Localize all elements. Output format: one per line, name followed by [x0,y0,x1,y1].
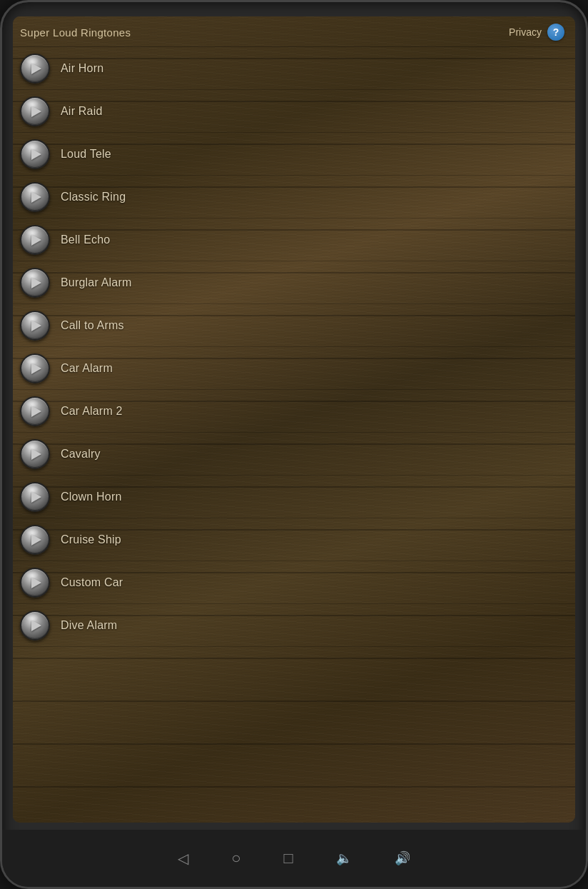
header-right: Privacy ? [509,24,564,41]
screen-area: Super Loud Ringtones Privacy ? Air HornA… [13,16,575,823]
ringtone-item[interactable]: Cavalry [13,433,575,476]
ringtone-item[interactable]: Custom Car [13,561,575,604]
ringtone-item[interactable]: Call to Arms [13,304,575,347]
ringtone-item[interactable]: Classic Ring [13,176,575,219]
play-triangle-icon [31,320,41,331]
ringtone-item[interactable]: Bell Echo [13,219,575,261]
ringtone-name: Call to Arms [61,319,124,332]
play-button-9[interactable] [20,396,50,426]
ringtone-name: Loud Tele [61,148,111,161]
play-button-14[interactable] [20,611,50,641]
play-button-13[interactable] [20,568,50,598]
privacy-link[interactable]: Privacy [509,26,542,38]
volume-up-icon[interactable]: 🔊 [395,850,410,866]
ringtone-name: Car Alarm 2 [61,405,123,418]
play-button-10[interactable] [20,439,50,469]
ringtone-name: Air Raid [61,105,103,118]
ringtone-name: Dive Alarm [61,619,117,632]
play-button-12[interactable] [20,525,50,555]
ringtone-item[interactable]: Clown Horn [13,476,575,518]
play-triangle-icon [31,491,41,503]
play-triangle-icon [31,63,41,74]
play-triangle-icon [31,448,41,460]
play-triangle-icon [31,577,41,588]
ringtone-item[interactable]: Air Raid [13,90,575,133]
ringtone-name: Air Horn [61,62,103,75]
play-triangle-icon [31,534,41,546]
play-triangle-icon [31,149,41,160]
nav-bar: ◁ ○ □ 🔈 🔊 [2,830,586,887]
play-button-11[interactable] [20,482,50,512]
play-triangle-icon [31,363,41,374]
ringtone-name: Car Alarm [61,362,113,375]
home-button[interactable]: ○ [231,849,240,868]
play-triangle-icon [31,620,41,631]
play-button-1[interactable] [20,54,50,84]
app-header: Super Loud Ringtones Privacy ? [13,16,575,47]
back-button[interactable]: ◁ [178,850,188,867]
volume-down-icon[interactable]: 🔈 [336,850,352,866]
play-button-4[interactable] [20,182,50,212]
ringtone-item[interactable]: Car Alarm 2 [13,390,575,433]
play-button-6[interactable] [20,268,50,298]
app-title: Super Loud Ringtones [20,26,131,39]
ringtone-item[interactable]: Burglar Alarm [13,261,575,304]
play-button-5[interactable] [20,225,50,255]
ringtone-name: Classic Ring [61,191,126,204]
ringtone-item[interactable]: Car Alarm [13,347,575,390]
ringtone-item[interactable]: Loud Tele [13,133,575,176]
play-triangle-icon [31,106,41,117]
ringtone-item[interactable]: Cruise Ship [13,518,575,561]
play-button-8[interactable] [20,353,50,383]
play-triangle-icon [31,277,41,288]
play-triangle-icon [31,234,41,246]
play-button-3[interactable] [20,139,50,169]
ringtone-name: Custom Car [61,576,123,589]
recents-button[interactable]: □ [284,849,293,868]
play-button-2[interactable] [20,96,50,126]
ringtone-name: Bell Echo [61,233,110,246]
ringtone-name: Cruise Ship [61,533,121,546]
ringtone-item[interactable]: Air Horn [13,47,575,90]
help-icon[interactable]: ? [547,24,564,41]
ringtone-item[interactable]: Dive Alarm [13,604,575,647]
play-triangle-icon [31,406,41,417]
device-frame: Super Loud Ringtones Privacy ? Air HornA… [0,0,588,889]
play-triangle-icon [31,191,41,203]
ringtone-name: Cavalry [61,448,101,461]
play-button-7[interactable] [20,311,50,341]
ringtone-list: Air HornAir RaidLoud TeleClassic RingBel… [13,47,575,821]
ringtone-name: Clown Horn [61,491,122,503]
ringtone-name: Burglar Alarm [61,276,132,289]
